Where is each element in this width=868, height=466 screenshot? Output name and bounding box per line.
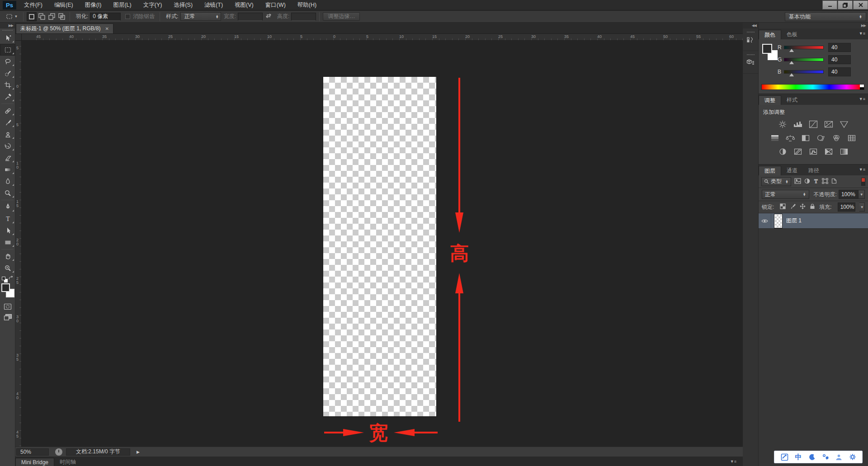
tab-channels[interactable]: 通道 [781,166,803,175]
tool-hand[interactable] [0,250,15,262]
shape-layer-filter-icon[interactable] [822,178,828,185]
canvas[interactable]: 高 宽 [22,41,743,447]
menu-item[interactable]: 图层(L) [107,1,137,9]
pixel-layer-filter-icon[interactable] [794,178,801,185]
properties-panel-button[interactable] [743,51,758,74]
tool-rectangle-shape[interactable] [0,236,15,248]
tool-blur[interactable] [0,175,15,187]
type-layer-filter-icon[interactable]: T [813,178,819,185]
tab-styles[interactable]: 样式 [781,95,803,105]
layer-filter-toggle[interactable] [861,178,865,186]
tab-swatches[interactable]: 色板 [781,30,803,39]
fill-input[interactable]: 100% [838,202,855,212]
adjustment-selective-color-icon[interactable] [839,147,849,156]
lock-image-pixels-icon[interactable] [790,203,796,211]
swap-dimensions-icon[interactable] [265,13,272,20]
tool-pen[interactable] [0,201,15,213]
tool-rectangular-marquee[interactable] [0,44,15,56]
adjustment-posterize-icon[interactable] [793,147,803,156]
layer-filter-type-dropdown[interactable]: 类型 ▲▼ [761,177,791,186]
tool-preset-picker[interactable]: ▼ [4,12,20,21]
zoom-level-input[interactable]: 50% [16,448,49,456]
tool-eraser[interactable] [0,152,15,164]
ime-punctuation-icon[interactable] [822,454,829,461]
tool-quick-selection[interactable] [0,67,15,79]
slider-thumb[interactable] [789,49,794,52]
panels-collapse-icon[interactable]: ▶▶ [759,23,868,28]
refine-edge-button[interactable]: 调整边缘… [323,12,360,21]
menu-item[interactable]: 选择(S) [168,1,198,9]
adjustment-vibrance-icon[interactable] [839,120,849,129]
adjustment-brightness-contrast-icon[interactable] [777,120,788,129]
panel-menu-icon[interactable]: ▼≡ [859,97,865,101]
tool-spot-healing-brush[interactable] [0,105,15,117]
intersect-selection-button[interactable] [57,12,66,21]
feather-input[interactable]: 0 像素 [90,13,121,21]
menu-item[interactable]: 帮助(H) [292,1,322,9]
menu-item[interactable]: 窗口(W) [259,1,292,9]
document-tab[interactable]: 未标题-1 @ 50% (图层 1, RGB/8) ✕ [16,24,113,33]
slider-thumb[interactable] [789,61,794,64]
ime-language-mode[interactable]: 中 [795,453,802,461]
status-clock-icon[interactable] [55,448,62,456]
add-to-selection-button[interactable] [37,12,47,21]
ruler-corner[interactable] [15,34,22,41]
layer-row[interactable]: 图层 1 [759,213,868,229]
blue-slider[interactable] [784,70,824,74]
ime-fullwidth-moon-icon[interactable] [809,454,816,461]
document-close-icon[interactable]: ✕ [105,26,109,31]
minimize-button[interactable] [822,0,837,9]
toolbar-collapse-icon[interactable]: ▶▶ [0,23,15,28]
antialias-checkbox[interactable] [125,14,130,19]
tool-lasso[interactable] [0,56,15,67]
foreground-color-swatch[interactable] [762,44,772,54]
tab-layers[interactable]: 图层 [759,166,781,175]
ime-settings-gear-icon[interactable] [849,453,856,461]
slider-thumb[interactable] [789,73,794,76]
height-input[interactable] [291,13,316,21]
style-dropdown[interactable]: 正常 ▲▼ [180,12,221,21]
panel-menu-icon[interactable]: ▼≡ [859,31,865,36]
adjustment-exposure-icon[interactable] [823,120,834,129]
tab-color[interactable]: 颜色 [759,30,781,39]
swap-colors-icon[interactable] [8,276,14,282]
tool-path-selection[interactable] [0,225,15,236]
lock-position-icon[interactable] [800,203,806,211]
dock-expand-icon[interactable]: ◀◀ [743,23,758,28]
new-selection-button[interactable] [27,12,37,21]
tool-dodge[interactable] [0,187,15,199]
menu-item[interactable]: 视图(V) [229,1,259,9]
adjustment-black-white-icon[interactable] [800,133,811,142]
ime-user-icon[interactable] [835,454,842,461]
tab-adjustments[interactable]: 调整 [759,95,781,105]
smart-object-filter-icon[interactable] [831,178,837,185]
tool-clone-stamp[interactable] [0,128,15,140]
lock-all-icon[interactable] [810,203,815,211]
tab-paths[interactable]: 路径 [803,166,825,175]
tool-history-brush[interactable] [0,140,15,152]
layer-thumbnail[interactable] [775,215,782,227]
adjustment-photo-filter-icon[interactable] [816,133,826,142]
blend-mode-dropdown[interactable]: 正常 ▲▼ [762,190,809,199]
history-panel-button[interactable] [743,28,758,51]
adjustment-gradient-map-icon[interactable] [823,147,834,156]
adjustment-levels-icon[interactable] [793,120,803,129]
tool-brush[interactable] [0,117,15,128]
tool-eyedropper[interactable] [0,91,15,103]
opacity-input[interactable]: 100% [839,190,859,199]
toolbar-grip[interactable] [0,28,15,32]
adjustment-channel-mixer-icon[interactable] [831,133,842,142]
color-spectrum-ramp[interactable] [761,84,864,90]
menu-item[interactable]: 文件(F) [18,1,48,9]
tab-timeline[interactable]: 时间轴 [54,458,81,466]
panel-menu-icon[interactable]: ▼≡ [730,459,736,464]
adjustment-invert-icon[interactable] [777,147,788,156]
lock-transparent-pixels-icon[interactable] [780,203,786,211]
restore-button[interactable] [838,0,853,9]
green-value-input[interactable]: 40 [828,55,851,64]
adjustment-layer-filter-icon[interactable] [804,178,810,185]
screen-mode-button[interactable] [0,312,15,323]
tool-crop[interactable] [0,79,15,91]
red-value-input[interactable]: 40 [828,43,851,52]
menu-item[interactable]: 图像(I) [79,1,108,9]
